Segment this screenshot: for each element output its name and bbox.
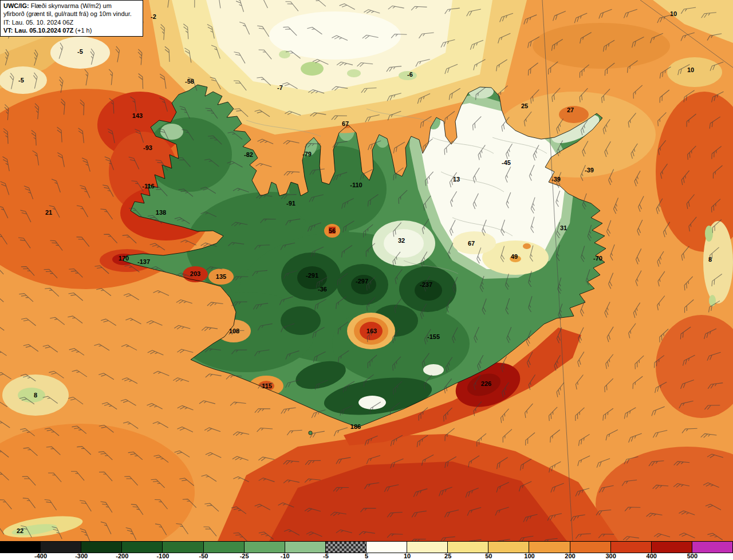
wind-barb-icon bbox=[72, 368, 87, 380]
wind-barb-icon bbox=[361, 224, 375, 237]
wind-barb-icon bbox=[707, 301, 722, 312]
colorbar: -400-300-200-100-50-25-10-55102550100200… bbox=[0, 541, 733, 560]
wind-barb-icon bbox=[682, 299, 696, 313]
wind-barb-icon bbox=[283, 140, 299, 147]
wind-barb-icon bbox=[684, 114, 699, 127]
wind-barb-icon bbox=[557, 278, 565, 294]
wind-barb-icon bbox=[364, 436, 380, 445]
wind-barb-icon bbox=[308, 89, 324, 97]
wind-barb-icon bbox=[471, 168, 483, 183]
wind-barb-icon bbox=[444, 510, 460, 518]
wind-barb-icon bbox=[546, 407, 560, 421]
wind-barb-icon bbox=[604, 354, 616, 369]
wind-barb-icon bbox=[518, 482, 533, 491]
wind-barb-icon bbox=[258, 383, 274, 388]
wind-barb-icon bbox=[252, 270, 268, 275]
wind-barb-icon bbox=[420, 353, 433, 368]
wind-barb-icon bbox=[570, 515, 586, 521]
colorbar-segment bbox=[204, 542, 245, 553]
wind-barb-icon bbox=[422, 276, 433, 291]
wind-barb-icon bbox=[364, 277, 378, 290]
wind-barb-icon bbox=[388, 403, 403, 415]
wind-barb-icon bbox=[332, 172, 348, 181]
wind-barb-icon bbox=[384, 485, 400, 492]
wind-barb-icon bbox=[336, 458, 352, 464]
wind-barb-icon bbox=[527, 374, 539, 389]
wind-barb-icon bbox=[280, 243, 296, 250]
wind-barb-icon bbox=[602, 378, 616, 392]
wind-barb-icon bbox=[494, 60, 510, 71]
wind-barb-icon bbox=[257, 324, 273, 330]
wind-barb-icon bbox=[701, 13, 717, 18]
wind-barb-icon bbox=[176, 522, 188, 537]
wind-barb-icon bbox=[448, 172, 460, 187]
wind-barb-icon bbox=[530, 198, 538, 214]
wind-barb-icon bbox=[333, 487, 349, 491]
wind-barb-icon bbox=[441, 408, 455, 421]
wind-barb-icon bbox=[577, 328, 587, 343]
wind-barb-icon bbox=[257, 194, 273, 200]
wind-barb-icon bbox=[137, 49, 142, 65]
wind-barb-icon bbox=[285, 110, 301, 119]
wind-barb-icon bbox=[283, 460, 299, 466]
wind-barb-icon bbox=[254, 350, 270, 356]
wind-barb-icon bbox=[155, 497, 167, 511]
wind-barb-icon bbox=[0, 291, 3, 305]
wind-barb-icon bbox=[1, 180, 9, 196]
wind-barb-icon bbox=[681, 90, 696, 102]
wind-barb-icon bbox=[547, 514, 563, 521]
wind-barb-icon bbox=[0, 399, 7, 410]
wind-barb-icon bbox=[231, 504, 246, 517]
wind-barb-icon bbox=[135, 128, 143, 144]
wind-barb-icon bbox=[555, 191, 563, 207]
wind-barb-icon bbox=[203, 524, 216, 539]
wind-barb-icon bbox=[420, 455, 435, 466]
wind-barb-icon bbox=[655, 112, 669, 126]
colorbar-tick-label: -100 bbox=[156, 553, 169, 559]
wind-barb-icon bbox=[205, 348, 221, 354]
wind-barb-icon bbox=[99, 470, 112, 484]
wind-barb-icon bbox=[150, 242, 165, 254]
wind-barb-icon bbox=[605, 220, 614, 236]
wind-barb-icon bbox=[176, 299, 192, 307]
colorbar-segment bbox=[407, 542, 448, 553]
wind-barb-icon bbox=[22, 474, 36, 488]
wind-barb-icon bbox=[0, 448, 9, 460]
wind-barb-icon bbox=[182, 127, 194, 142]
wind-barb-icon bbox=[631, 85, 645, 98]
wind-barb-icon bbox=[3, 104, 9, 120]
wind-barb-icon bbox=[45, 286, 59, 299]
wind-barb-icon bbox=[2, 156, 9, 172]
wind-barb-icon bbox=[175, 449, 190, 460]
wind-barb-icon bbox=[230, 402, 246, 408]
wind-barb-icon bbox=[529, 246, 537, 262]
wind-barb-icon bbox=[336, 529, 352, 537]
colorbar-tick-label: -5 bbox=[323, 553, 329, 559]
wind-barb-icon bbox=[555, 222, 563, 238]
colorbar-tick-label: -25 bbox=[240, 553, 249, 559]
wind-barb-icon bbox=[574, 488, 590, 496]
wind-barb-icon bbox=[129, 206, 142, 220]
wind-barb-icon bbox=[280, 324, 296, 332]
wind-barb-icon bbox=[469, 40, 485, 49]
wind-barb-icon bbox=[153, 453, 168, 466]
colorbar-tick-label: -50 bbox=[199, 553, 208, 559]
wind-barb-icon bbox=[580, 246, 589, 262]
wind-barb-icon bbox=[147, 320, 163, 329]
wind-barb-icon bbox=[306, 530, 322, 540]
wind-barb-icon bbox=[278, 502, 294, 511]
wind-barb-icon bbox=[656, 251, 667, 267]
wind-barb-icon bbox=[707, 383, 723, 389]
colorbar-segment bbox=[570, 542, 611, 553]
wind-barb-icon bbox=[284, 528, 299, 539]
wind-barb-icon bbox=[709, 199, 723, 212]
wind-barb-icon bbox=[179, 476, 194, 488]
wind-barb-icon bbox=[527, 296, 536, 312]
wind-barb-icon bbox=[21, 264, 34, 278]
wind-barb-icon bbox=[43, 395, 58, 407]
wind-barb-icon bbox=[574, 375, 586, 390]
wind-barb-icon bbox=[125, 317, 141, 328]
wind-barb-icon bbox=[364, 243, 378, 257]
wind-barb-icon bbox=[365, 194, 380, 206]
wind-barb-icon bbox=[554, 119, 566, 133]
